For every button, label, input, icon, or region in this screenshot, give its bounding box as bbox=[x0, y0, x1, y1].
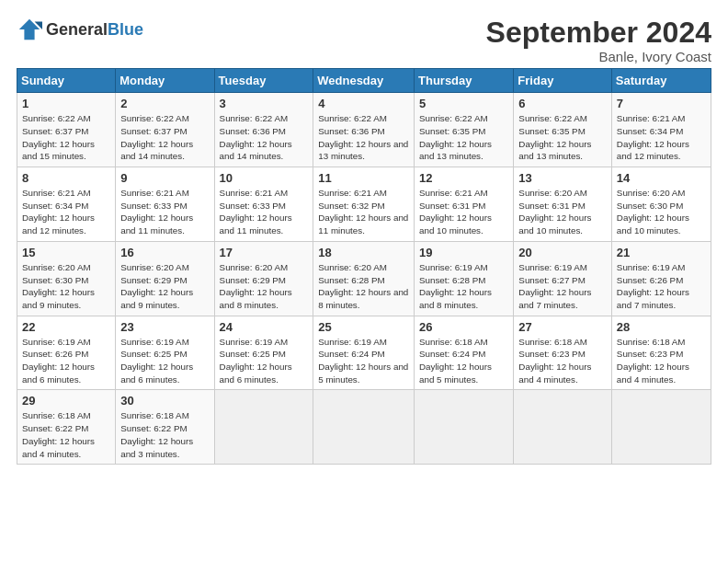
col-sunday: Sunday bbox=[17, 69, 116, 93]
day-cell-25: 25 Sunrise: 6:19 AMSunset: 6:24 PMDaylig… bbox=[313, 316, 415, 390]
calendar-week-4: 22 Sunrise: 6:19 AMSunset: 6:26 PMDaylig… bbox=[17, 316, 711, 390]
day-cell-21: 21 Sunrise: 6:19 AMSunset: 6:26 PMDaylig… bbox=[611, 241, 711, 316]
col-monday: Monday bbox=[116, 69, 214, 93]
day-cell-26: 26 Sunrise: 6:18 AMSunset: 6:24 PMDaylig… bbox=[415, 316, 514, 390]
col-tuesday: Tuesday bbox=[214, 69, 313, 93]
col-thursday: Thursday bbox=[415, 69, 514, 93]
location-subtitle: Banle, Ivory Coast bbox=[486, 49, 711, 64]
logo-general: GeneralBlue bbox=[46, 20, 143, 40]
day-cell-5: 5 Sunrise: 6:22 AMSunset: 6:35 PMDayligh… bbox=[415, 93, 514, 167]
day-cell-13: 13 Sunrise: 6:20 AMSunset: 6:31 PMDaylig… bbox=[514, 167, 612, 242]
day-cell-10: 10 Sunrise: 6:21 AMSunset: 6:33 PMDaylig… bbox=[214, 167, 313, 242]
empty-cell-w5-tue bbox=[214, 390, 313, 465]
day-cell-18: 18 Sunrise: 6:20 AMSunset: 6:28 PMDaylig… bbox=[313, 241, 415, 316]
calendar-week-2: 8 Sunrise: 6:21 AMSunset: 6:34 PMDayligh… bbox=[17, 167, 711, 242]
calendar-header-row: Sunday Monday Tuesday Wednesday Thursday… bbox=[17, 69, 711, 93]
day-cell-8: 8 Sunrise: 6:21 AMSunset: 6:34 PMDayligh… bbox=[17, 167, 116, 242]
day-cell-27: 27 Sunrise: 6:18 AMSunset: 6:23 PMDaylig… bbox=[514, 316, 612, 390]
day-cell-29: 29 Sunrise: 6:18 AMSunset: 6:22 PMDaylig… bbox=[17, 390, 116, 465]
calendar-week-5: 29 Sunrise: 6:18 AMSunset: 6:22 PMDaylig… bbox=[17, 390, 711, 465]
day-cell-12: 12 Sunrise: 6:21 AMSunset: 6:31 PMDaylig… bbox=[415, 167, 514, 242]
day-cell-24: 24 Sunrise: 6:19 AMSunset: 6:25 PMDaylig… bbox=[214, 316, 313, 390]
month-title: September 2024 bbox=[486, 17, 711, 49]
empty-cell-w5-wed bbox=[313, 390, 415, 465]
day-cell-16: 16 Sunrise: 6:20 AMSunset: 6:29 PMDaylig… bbox=[116, 241, 214, 316]
day-cell-4: 4 Sunrise: 6:22 AMSunset: 6:36 PMDayligh… bbox=[313, 93, 415, 167]
day-cell-9: 9 Sunrise: 6:21 AMSunset: 6:33 PMDayligh… bbox=[116, 167, 214, 242]
empty-cell-w5-sat bbox=[611, 390, 711, 465]
day-cell-11: 11 Sunrise: 6:21 AMSunset: 6:32 PMDaylig… bbox=[313, 167, 415, 242]
day-cell-2: 2 Sunrise: 6:22 AMSunset: 6:37 PMDayligh… bbox=[116, 93, 214, 167]
day-cell-14: 14 Sunrise: 6:20 AMSunset: 6:30 PMDaylig… bbox=[611, 167, 711, 242]
empty-cell-w5-thu bbox=[415, 390, 514, 465]
header: GeneralBlue September 2024 Banle, Ivory … bbox=[17, 17, 711, 64]
day-cell-19: 19 Sunrise: 6:19 AMSunset: 6:28 PMDaylig… bbox=[415, 241, 514, 316]
empty-cell-w5-fri bbox=[514, 390, 612, 465]
day-cell-6: 6 Sunrise: 6:22 AMSunset: 6:35 PMDayligh… bbox=[514, 93, 612, 167]
logo-icon bbox=[17, 17, 42, 42]
day-cell-7: 7 Sunrise: 6:21 AMSunset: 6:34 PMDayligh… bbox=[611, 93, 711, 167]
col-saturday: Saturday bbox=[611, 69, 711, 93]
day-cell-1: 1 Sunrise: 6:22 AMSunset: 6:37 PMDayligh… bbox=[17, 93, 116, 167]
calendar: Sunday Monday Tuesday Wednesday Thursday… bbox=[17, 68, 711, 465]
col-wednesday: Wednesday bbox=[313, 69, 415, 93]
title-block: September 2024 Banle, Ivory Coast bbox=[486, 17, 711, 64]
day-cell-22: 22 Sunrise: 6:19 AMSunset: 6:26 PMDaylig… bbox=[17, 316, 116, 390]
logo: GeneralBlue bbox=[17, 17, 143, 42]
calendar-week-1: 1 Sunrise: 6:22 AMSunset: 6:37 PMDayligh… bbox=[17, 93, 711, 167]
day-cell-3: 3 Sunrise: 6:22 AMSunset: 6:36 PMDayligh… bbox=[214, 93, 313, 167]
day-cell-30: 30 Sunrise: 6:18 AMSunset: 6:22 PMDaylig… bbox=[116, 390, 214, 465]
col-friday: Friday bbox=[514, 69, 612, 93]
day-cell-17: 17 Sunrise: 6:20 AMSunset: 6:29 PMDaylig… bbox=[214, 241, 313, 316]
calendar-week-3: 15 Sunrise: 6:20 AMSunset: 6:30 PMDaylig… bbox=[17, 241, 711, 316]
day-cell-20: 20 Sunrise: 6:19 AMSunset: 6:27 PMDaylig… bbox=[514, 241, 612, 316]
day-cell-28: 28 Sunrise: 6:18 AMSunset: 6:23 PMDaylig… bbox=[611, 316, 711, 390]
day-cell-15: 15 Sunrise: 6:20 AMSunset: 6:30 PMDaylig… bbox=[17, 241, 116, 316]
day-cell-23: 23 Sunrise: 6:19 AMSunset: 6:25 PMDaylig… bbox=[116, 316, 214, 390]
